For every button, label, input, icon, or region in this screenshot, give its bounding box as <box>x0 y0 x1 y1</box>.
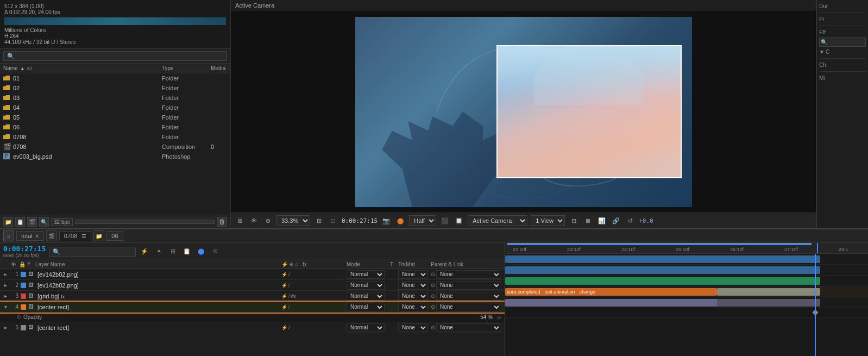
tab-total[interactable]: total ✕ <box>16 231 44 241</box>
parent-select-5[interactable]: None <box>436 323 501 332</box>
file-item-02[interactable]: 02 Folder <box>0 83 230 93</box>
3d-btn[interactable]: 🔲 <box>454 215 464 226</box>
tl-btn-2[interactable]: ✦ <box>153 246 164 257</box>
mode-select-1[interactable]: Normal <box>347 270 385 279</box>
view-select[interactable]: 1 View <box>531 215 565 226</box>
tl-btn-5[interactable]: ⬤ <box>196 246 206 257</box>
trkmat-select-5[interactable]: None <box>398 323 428 332</box>
camera-select[interactable]: Active Camera <box>468 215 527 226</box>
layer-expand-1[interactable]: ► <box>3 272 10 277</box>
switch-2[interactable]: / <box>288 304 290 310</box>
file-item-06[interactable]: 06 Folder <box>0 122 230 132</box>
zoom-select[interactable]: 33.3% 50% 100% <box>276 215 310 226</box>
viewer-btn[interactable]: 👁 <box>248 215 259 226</box>
track-line-3 <box>505 276 868 286</box>
track-clip-3[interactable] <box>505 277 820 285</box>
search-button[interactable]: 🔍 <box>39 217 49 227</box>
layer-row-5[interactable]: ► 5 🖼 [center rect] ⚡ / Normal None ⊙ No… <box>0 322 505 333</box>
trkmat-select-3[interactable]: None <box>398 292 428 301</box>
track-clip-1[interactable] <box>505 255 820 263</box>
file-item-ev003_big.psd[interactable]: 🅿 ev003_big.psd Photoshop <box>0 152 230 161</box>
layer-row-4[interactable]: ▼ 4 🖼 [center rect] ⚡ / Normal None ⊙ No… <box>0 302 505 313</box>
tl-btn-4[interactable]: 📋 <box>181 246 192 257</box>
media-audio: 44.100 kHz / 32 bit U / Stereo <box>4 39 226 45</box>
file-item-04[interactable]: 04 Folder <box>0 103 230 113</box>
link-btn[interactable]: 🔗 <box>611 215 621 226</box>
top-section: 512 x 384 (1.00) Δ 0:02:29:20, 24.00 fps… <box>0 0 868 228</box>
switch-2[interactable]: / <box>288 325 290 330</box>
file-item-0708[interactable]: 0708 Folder <box>0 132 230 142</box>
switch-1[interactable]: ⚡ <box>281 304 287 310</box>
timeline-timecode[interactable]: 0:00:27:15 <box>3 245 46 253</box>
timeline-search-input[interactable] <box>49 247 136 257</box>
track-clip-4[interactable]: sora completed text animation change <box>505 288 717 296</box>
layout2-btn[interactable]: ⊠ <box>582 215 593 226</box>
switch-2[interactable]: / <box>288 283 290 288</box>
fit-btn[interactable]: ⊞ <box>313 215 324 226</box>
mode-select-3[interactable]: Normal <box>347 292 385 301</box>
file-item-05[interactable]: 05 Folder <box>0 113 230 122</box>
delete-button[interactable]: 🗑 <box>217 217 227 227</box>
timeline-header-row: 0:00:27:15 0690 (25.00 fps) ⚡ ✦ ⊞ 📋 ⬤ ⊙ <box>0 243 505 260</box>
parent-select-2[interactable]: None <box>436 281 501 290</box>
region-btn[interactable]: □ <box>328 215 338 226</box>
layer-expand-3[interactable]: ► <box>3 293 10 299</box>
parent-select-3[interactable]: None <box>436 292 501 301</box>
project-search-input[interactable] <box>3 51 227 61</box>
footage-button[interactable]: 🎬 <box>27 217 37 227</box>
track-clip-ext-5[interactable] <box>717 299 820 307</box>
tab-06[interactable]: 06 <box>106 231 123 241</box>
file-item-0708[interactable]: 🎬 0708 Composition 0 <box>0 142 230 152</box>
refresh-btn[interactable]: ↺ <box>625 215 636 226</box>
trkmat-select-1[interactable]: None <box>398 270 428 279</box>
timeline-menu-btn[interactable]: ≡ <box>3 230 14 241</box>
layer-parent-1: ⊙ None <box>431 270 501 279</box>
tl-btn-1[interactable]: ⚡ <box>139 246 150 257</box>
switch-1[interactable]: ⚡ <box>281 325 287 330</box>
fx-switch[interactable]: /fx <box>291 293 297 299</box>
folder-icon <box>3 75 11 82</box>
stats-btn[interactable]: 📊 <box>596 215 607 226</box>
file-list-header: Name ▲ 🏷 Type Media <box>0 64 230 73</box>
switch-2[interactable]: / <box>288 272 290 277</box>
switch-1[interactable]: ⚡ <box>281 293 287 299</box>
file-item-03[interactable]: 03 Folder <box>0 93 230 103</box>
switch-1[interactable]: ⚡ <box>281 272 287 277</box>
monitor-icon-btn[interactable]: 🖥 <box>234 215 245 226</box>
track-clip-ext-4[interactable] <box>717 288 820 296</box>
tab-0708[interactable]: 0708 ☰ <box>59 231 91 241</box>
layer-row-2[interactable]: ► 2 🖼 [ev142b02.png] ⚡ / Normal None ⊙ N… <box>0 280 505 291</box>
layer-expand-5[interactable]: ► <box>3 325 10 330</box>
tl-btn-6[interactable]: ⊙ <box>210 246 221 257</box>
file-item-01[interactable]: 01 Folder <box>0 73 230 83</box>
trkmat-select-4[interactable]: None <box>398 303 428 311</box>
parent-select-4[interactable]: None <box>436 303 501 311</box>
mode-select-4[interactable]: Normal <box>347 303 385 311</box>
parent-select-1[interactable]: None <box>436 270 501 279</box>
flow-btn[interactable]: ⊕ <box>262 215 273 226</box>
mode-select-5[interactable]: Normal <box>347 323 385 332</box>
layout-btn[interactable]: ⊟ <box>568 215 579 226</box>
col-name-header[interactable]: Name ▲ 🏷 <box>3 65 162 71</box>
camera-snap-btn[interactable]: 📷 <box>381 215 392 226</box>
playhead <box>815 254 816 356</box>
toggle-btn[interactable]: ⬛ <box>439 215 450 226</box>
file-name: 02 <box>13 85 162 91</box>
tl-btn-3[interactable]: ⊞ <box>167 246 178 257</box>
new-comp-button[interactable]: 📋 <box>15 217 25 227</box>
track-clip-2[interactable] <box>505 266 820 274</box>
layer-row-3[interactable]: ► 3 🖼 [grid-bg]fx ⚡ / /fx Normal None ⊙ … <box>0 291 505 302</box>
tab-total-close[interactable]: ✕ <box>35 233 39 239</box>
layer-row-1[interactable]: ► 1 🖼 [ev142b02.png] ⚡ / Normal None ⊙ N… <box>0 269 505 280</box>
layer-expand-4[interactable]: ▼ <box>3 304 10 310</box>
color-wheel-btn[interactable]: ⬤ <box>395 215 406 226</box>
mode-select-2[interactable]: Normal <box>347 281 385 290</box>
quality-select[interactable]: Half Full <box>409 215 436 226</box>
switch-2[interactable]: / <box>288 293 290 299</box>
switch-1[interactable]: ⚡ <box>281 283 287 288</box>
new-folder-button[interactable]: 📁 <box>3 217 13 227</box>
layer-expand-2[interactable]: ► <box>3 283 10 288</box>
track-line-2 <box>505 265 868 276</box>
divider-3 <box>819 58 866 59</box>
trkmat-select-2[interactable]: None <box>398 281 428 290</box>
